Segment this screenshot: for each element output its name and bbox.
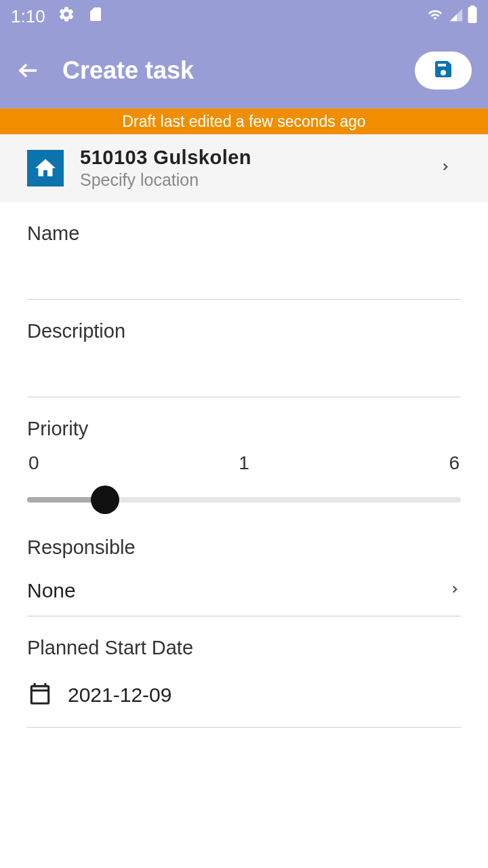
name-input[interactable] [27,252,461,299]
priority-slider[interactable] [27,484,461,516]
calendar-icon [27,681,53,709]
save-button[interactable] [415,52,472,90]
save-icon [432,58,454,83]
description-section: Description [27,300,461,397]
battery-icon [468,5,477,28]
svg-rect-0 [468,7,477,23]
house-icon [27,150,64,186]
settings-icon [58,5,75,28]
chevron-right-icon [439,157,472,179]
priority-max: 6 [449,452,460,474]
svg-rect-1 [470,5,475,7]
responsible-value: None [27,579,76,602]
priority-label: Priority [27,418,461,440]
name-label: Name [27,222,461,245]
responsible-row[interactable]: None [27,566,461,616]
back-button[interactable] [16,58,41,83]
planned-date-label: Planned Start Date [27,637,461,659]
draft-banner: Draft last edited a few seconds ago [0,108,488,134]
chevron-right-icon [449,580,461,601]
location-title: 510103 Gulskolen [80,146,423,169]
description-input[interactable] [27,349,461,397]
location-row[interactable]: 510103 Gulskolen Specify location [0,134,488,202]
clock: 1:10 [11,6,45,27]
signal-icon [449,6,464,27]
priority-current: 1 [239,452,249,474]
planned-date-value: 2021-12-09 [68,684,171,707]
slider-thumb[interactable] [91,486,119,514]
planned-date-row[interactable]: 2021-12-09 [27,666,461,727]
responsible-label: Responsible [27,536,461,559]
location-subtitle: Specify location [80,170,423,190]
responsible-section: Responsible None [27,530,461,616]
wifi-icon [426,6,445,27]
priority-min: 0 [28,452,39,474]
status-bar: 1:10 [0,0,488,33]
planned-date-section: Planned Start Date 2021-12-09 [27,616,461,728]
page-title: Create task [62,56,393,85]
description-label: Description [27,320,461,342]
priority-section: Priority 0 1 6 [27,397,461,516]
app-bar: Create task [0,33,488,108]
name-section: Name [27,202,461,300]
sd-card-icon [87,5,104,28]
